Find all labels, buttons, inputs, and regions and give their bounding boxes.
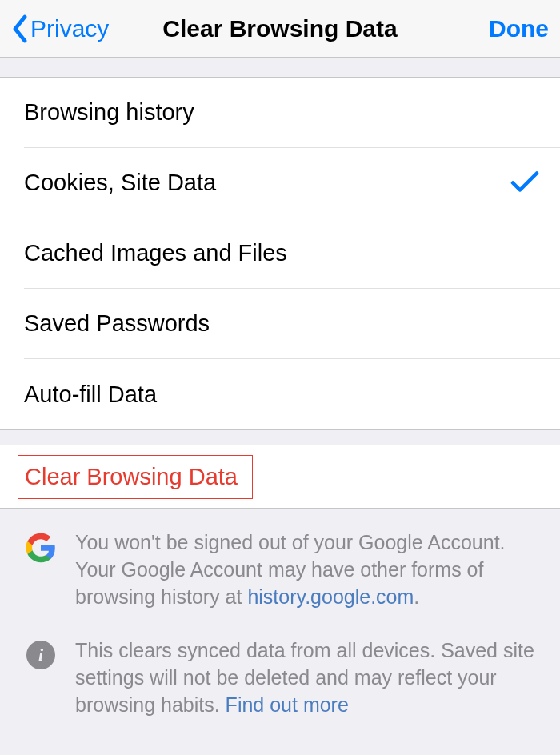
info-icon: i	[24, 637, 58, 718]
chevron-left-icon	[11, 14, 29, 43]
footer: You won't be signed out of your Google A…	[0, 509, 560, 738]
navbar: Privacy Clear Browsing Data Done	[0, 0, 560, 58]
clear-label: Clear Browsing Data	[18, 455, 253, 499]
list-item-saved-passwords[interactable]: Saved Passwords	[24, 289, 560, 359]
google-account-notice: You won't be signed out of your Google A…	[24, 529, 536, 610]
row-label: Saved Passwords	[24, 310, 210, 337]
back-button[interactable]: Privacy	[11, 14, 146, 43]
history-google-link[interactable]: history.google.com	[247, 585, 414, 608]
find-out-more-link[interactable]: Find out more	[226, 693, 349, 716]
list-item-browsing-history[interactable]: Browsing history	[24, 78, 560, 148]
list-item-cached-images[interactable]: Cached Images and Files	[24, 218, 560, 289]
list-item-autofill[interactable]: Auto-fill Data	[24, 359, 560, 429]
row-label: Auto-fill Data	[24, 381, 157, 408]
sync-notice: i This clears synced data from all devic…	[24, 637, 536, 718]
done-label: Done	[489, 15, 549, 42]
page-title: Clear Browsing Data	[146, 15, 414, 42]
back-label: Privacy	[30, 15, 109, 42]
row-label: Browsing history	[24, 99, 194, 126]
row-label: Cookies, Site Data	[24, 170, 216, 196]
spacer	[0, 58, 560, 77]
google-logo-icon	[24, 529, 58, 610]
clear-browsing-data-button[interactable]: Clear Browsing Data	[0, 445, 560, 508]
data-type-list: Browsing history Cookies, Site Data Cach…	[0, 77, 560, 430]
google-notice-text: You won't be signed out of your Google A…	[75, 529, 536, 610]
action-section: Clear Browsing Data	[0, 445, 560, 509]
list-item-cookies[interactable]: Cookies, Site Data	[24, 148, 560, 218]
row-label: Cached Images and Files	[24, 240, 287, 266]
sync-notice-text: This clears synced data from all devices…	[75, 637, 536, 718]
checkmark-icon	[510, 170, 539, 197]
done-button[interactable]: Done	[414, 15, 549, 42]
